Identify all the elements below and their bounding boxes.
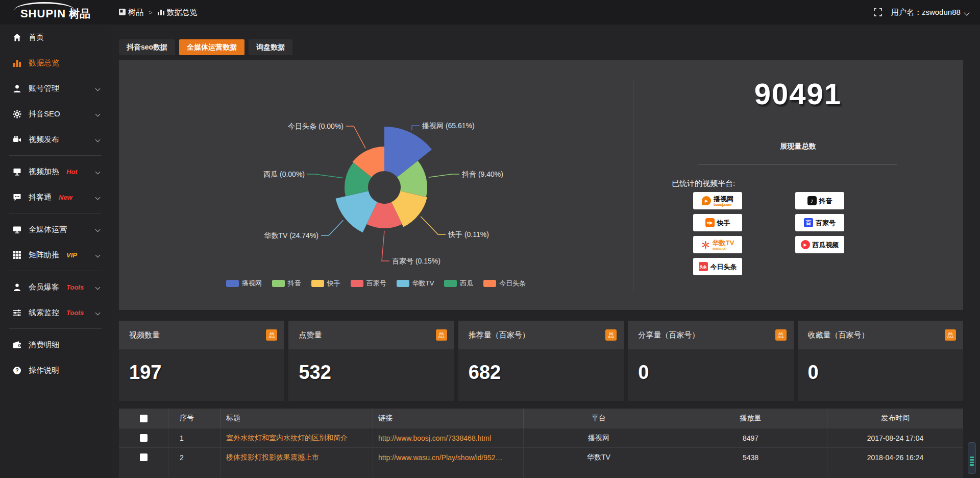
- user-label: 用户名：zswodun88: [891, 8, 961, 16]
- cell-title-link[interactable]: 室外水纹灯和室内水纹灯的区别和简介: [220, 428, 373, 447]
- stat-card-1: 点赞量总532: [288, 321, 454, 401]
- sidebar-item-7[interactable]: 全媒体运营: [0, 217, 111, 242]
- stat-card-label: 分享量（百家号）: [638, 330, 699, 340]
- sidebar-item-3[interactable]: 抖音SEO: [0, 101, 111, 127]
- legend-item-百家号[interactable]: 百家号: [351, 279, 386, 288]
- platform-badge-播视网: ▶播视网boosj.com: [693, 192, 742, 209]
- douyin-logo-icon: ♪: [807, 196, 817, 205]
- legend-item-播视网[interactable]: 播视网: [226, 279, 262, 288]
- chevron-down-icon: [95, 137, 101, 142]
- sidebar-divider: [9, 155, 102, 156]
- tab-0[interactable]: 抖音seo数据: [119, 39, 175, 55]
- chat-icon: [12, 193, 21, 202]
- legend-swatch: [444, 280, 457, 287]
- sidebar-item-1[interactable]: 数据总览: [0, 50, 111, 76]
- cell-publish-time: 2018-04-26 16:24: [827, 448, 963, 467]
- person-icon: [12, 282, 21, 292]
- chevron-down-icon: [95, 310, 101, 316]
- tab-1[interactable]: 全媒体运营数据: [179, 39, 244, 55]
- cell-index: 2: [168, 448, 220, 467]
- stat-card-0: 视频数量总197: [119, 321, 284, 401]
- label-leader-line: [307, 174, 343, 178]
- sidebar-item-9[interactable]: 会员爆客Tools: [0, 274, 111, 300]
- scroll-indicator[interactable]: [968, 442, 976, 474]
- monitor-icon: [12, 225, 21, 234]
- sidebar-item-label: 账号管理: [29, 84, 59, 93]
- sidebar-item-label: 线索监控: [29, 308, 59, 318]
- sidebar-item-4[interactable]: 视频发布: [0, 127, 111, 152]
- fullscreen-icon[interactable]: [874, 8, 882, 16]
- select-all-checkbox[interactable]: [140, 415, 148, 422]
- overview-panel: 播视网 (65.61%)抖音 (9.40%)快手 (0.11%)百家号 (0.1…: [119, 60, 963, 310]
- sidebar-item-5[interactable]: 视频加热Hot: [0, 159, 111, 184]
- breadcrumb-separator: >: [149, 9, 153, 16]
- chevron-down-icon: [95, 170, 101, 175]
- legend-item-今日头条[interactable]: 今日头条: [483, 279, 526, 288]
- sidebar-item-11[interactable]: 消费明细: [0, 332, 111, 357]
- total-badge: 总: [775, 329, 787, 341]
- legend-label: 华数TV: [412, 279, 434, 288]
- sidebar-item-badge: Tools: [66, 309, 84, 317]
- sidebar-item-6[interactable]: 抖客通New: [0, 184, 111, 210]
- sidebar-item-label: 矩阵助推: [29, 250, 59, 260]
- platform-name: 今日头条: [710, 264, 737, 270]
- impressions-total-value: 90491: [633, 77, 963, 111]
- label-leader-line: [321, 220, 343, 235]
- sidebar-item-badge: Tools: [66, 283, 84, 291]
- stat-card-label: 收藏量（百家号）: [808, 330, 869, 340]
- cell-platform: 播视网: [523, 428, 674, 447]
- table-header-row: 序号标题链接平台播放量发布时间: [119, 409, 963, 428]
- legend-item-抖音[interactable]: 抖音: [272, 279, 301, 288]
- top-bar: SHUPIN 树品 树品 > 数据总览 用户名：zswodun88: [0, 0, 980, 25]
- sidebar-item-label: 视频发布: [29, 135, 59, 145]
- stat-card-label: 视频数量: [129, 330, 160, 340]
- cell-platform: 华数TV: [523, 448, 674, 467]
- total-badge: 总: [945, 329, 956, 341]
- legend-item-西瓜[interactable]: 西瓜: [444, 279, 473, 288]
- sidebar-item-12[interactable]: ?操作说明: [0, 357, 111, 383]
- legend-label: 西瓜: [460, 279, 473, 288]
- legend-label: 快手: [327, 279, 340, 288]
- sidebar-item-label: 数据总览: [29, 58, 59, 68]
- cell-url-link[interactable]: http://www.wasu.cn/Play/show/id/952…: [373, 448, 523, 467]
- stat-card-4: 收藏量（百家号）总0: [798, 321, 963, 401]
- platform-badge-华数TV: 华数TVwasu.cn: [693, 236, 742, 253]
- cell-plays: 8497: [674, 428, 827, 447]
- cell-url-link[interactable]: http://www.boosj.com/7338468.html: [373, 428, 523, 447]
- legend-item-快手[interactable]: 快手: [311, 279, 340, 288]
- summary-divider: [698, 164, 897, 165]
- label-leader-line: [421, 217, 446, 234]
- breadcrumb-current[interactable]: 数据总览: [158, 8, 198, 17]
- table-header-3: 平台: [523, 409, 674, 428]
- sidebar-divider: [9, 271, 102, 271]
- pie-slice-华数TV[interactable]: [335, 191, 377, 232]
- sidebar-item-8[interactable]: 矩阵助推VIP: [0, 242, 111, 268]
- sidebar-item-badge: VIP: [66, 251, 77, 259]
- legend-label: 今日头条: [499, 279, 526, 288]
- legend-swatch: [351, 280, 363, 287]
- breadcrumb-root[interactable]: 树品: [119, 8, 143, 17]
- stat-card-value: 197: [119, 349, 284, 384]
- sidebar-item-2[interactable]: 账号管理: [0, 76, 111, 101]
- sidebar-item-badge: Hot: [66, 168, 78, 176]
- tab-2[interactable]: 询盘数据: [249, 39, 292, 55]
- sidebar-divider: [9, 213, 102, 213]
- sidebar-item-label: 抖客通: [29, 193, 52, 202]
- row-checkbox[interactable]: [140, 434, 148, 442]
- sidebar-item-badge: New: [59, 194, 72, 201]
- table-row-partial: [119, 467, 963, 478]
- legend-label: 百家号: [366, 279, 386, 288]
- cell-title-link[interactable]: 楼体投影灯投影效果震撼上市: [220, 448, 373, 467]
- platforms-counted-label: 已统计的视频平台:: [672, 179, 735, 188]
- legend-item-华数TV[interactable]: 华数TV: [397, 279, 434, 288]
- user-menu[interactable]: 用户名：zswodun88: [891, 8, 969, 17]
- topbar-right: 用户名：zswodun88: [874, 8, 980, 17]
- legend-swatch: [483, 280, 496, 287]
- total-badge: 总: [436, 329, 447, 341]
- sidebar-item-0[interactable]: 首页: [0, 25, 111, 50]
- main-content: 抖音seo数据全媒体运营数据询盘数据 播视网 (65.61%)抖音 (9.40%…: [111, 25, 980, 478]
- legend-swatch: [272, 280, 285, 287]
- sidebar-item-10[interactable]: 线索监控Tools: [0, 300, 111, 325]
- row-checkbox[interactable]: [140, 453, 148, 461]
- cell-index: 1: [168, 428, 220, 447]
